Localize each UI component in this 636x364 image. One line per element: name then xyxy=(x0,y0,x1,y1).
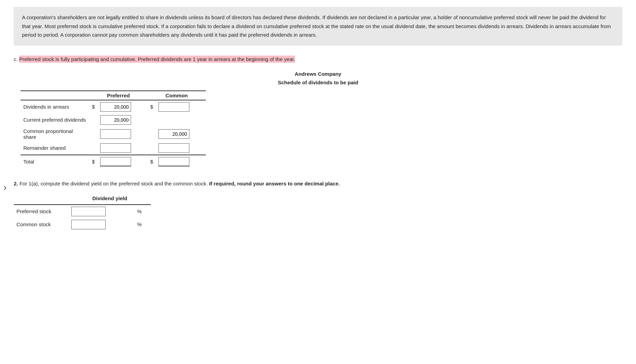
row-pref-dollar-total: $ xyxy=(89,155,97,168)
row-label-2: Common proportional share xyxy=(21,126,89,142)
row-pref-dollar-2 xyxy=(89,126,97,142)
section-2-title: 2. For 1(a), compute the dividend yield … xyxy=(14,179,622,188)
table-row-total: Total $ $ xyxy=(21,155,206,168)
section-c-label: c. xyxy=(14,56,18,62)
table-section: Andrews Company Schedule of dividends to… xyxy=(14,70,622,168)
row-label-0: Dividends in arrears xyxy=(21,100,89,113)
col-common-header: Common xyxy=(148,91,206,100)
table-row: Dividends in arrears $ $ xyxy=(21,100,206,113)
dy-row-common: Common stock % xyxy=(14,218,151,231)
table-row: Common proportional share xyxy=(21,126,206,142)
section-c-highlighted: Preferred stock is fully participating a… xyxy=(19,56,295,63)
row-label-total: Total xyxy=(21,155,89,168)
row-common-input-3[interactable] xyxy=(156,142,206,155)
pref-input-total[interactable] xyxy=(100,157,131,167)
section-c: c. Preferred stock is fully participatin… xyxy=(14,55,622,63)
row-common-input-0[interactable] xyxy=(156,100,206,113)
table-row: Remainder shared xyxy=(21,142,206,155)
pref-input-1[interactable] xyxy=(100,115,131,125)
dividend-yield-table: Dividend yield Preferred stock % Common … xyxy=(14,193,151,231)
row-common-dollar-1 xyxy=(148,113,156,126)
dy-input-cell-common[interactable] xyxy=(69,218,134,231)
common-input-2[interactable] xyxy=(158,129,189,139)
common-input-3[interactable] xyxy=(158,143,189,153)
dy-input-preferred[interactable] xyxy=(71,207,106,216)
row-common-dollar-0: $ xyxy=(148,100,156,113)
table-row: Current preferred dividends xyxy=(21,113,206,126)
section-2-bold-suffix: If required, round your answers to one d… xyxy=(209,181,340,186)
section-2: 2. For 1(a), compute the dividend yield … xyxy=(14,179,622,231)
dy-label-common: Common stock xyxy=(14,218,69,231)
row-pref-input-1[interactable] xyxy=(97,113,148,126)
row-pref-dollar-0: $ xyxy=(89,100,97,113)
table-company: Andrews Company Schedule of dividends to… xyxy=(14,70,622,87)
pref-input-0[interactable] xyxy=(100,102,131,112)
dy-pct-preferred: % xyxy=(134,205,151,218)
row-pref-input-2[interactable] xyxy=(97,126,148,142)
row-pref-dollar-1 xyxy=(89,113,97,126)
common-input-0[interactable] xyxy=(158,102,189,112)
dy-input-common[interactable] xyxy=(71,220,106,229)
row-label-1: Current preferred dividends xyxy=(21,113,89,126)
row-common-input-2[interactable] xyxy=(156,126,206,142)
info-box: A corporation's shareholders are not leg… xyxy=(14,7,622,46)
row-common-input-total[interactable] xyxy=(156,155,206,168)
row-label-3: Remainder shared xyxy=(21,142,89,155)
col-label-header xyxy=(21,91,89,100)
col-preferred-header: Preferred xyxy=(89,91,148,100)
row-common-dollar-3 xyxy=(148,142,156,155)
section-2-bold-prefix: 2. xyxy=(14,181,18,186)
nav-arrow-left[interactable]: › xyxy=(3,182,7,193)
dy-row-preferred: Preferred stock % xyxy=(14,205,151,218)
row-pref-dollar-3 xyxy=(89,142,97,155)
common-input-total[interactable] xyxy=(158,157,189,167)
pref-input-3[interactable] xyxy=(100,143,131,153)
dy-col-label-header xyxy=(14,193,69,205)
pref-input-2[interactable] xyxy=(100,129,131,139)
dy-pct-common: % xyxy=(134,218,151,231)
row-common-dollar-total: $ xyxy=(148,155,156,168)
dy-label-preferred: Preferred stock xyxy=(14,205,69,218)
dy-col-yield-header: Dividend yield xyxy=(69,193,151,205)
info-box-text: A corporation's shareholders are not leg… xyxy=(22,14,611,38)
row-pref-input-total[interactable] xyxy=(97,155,148,168)
section-2-text: For 1(a), compute the dividend yield on … xyxy=(20,181,209,186)
row-common-dollar-2 xyxy=(148,126,156,142)
row-pref-input-0[interactable] xyxy=(97,100,148,113)
row-pref-input-3[interactable] xyxy=(97,142,148,155)
dy-input-cell-preferred[interactable] xyxy=(69,205,134,218)
row-common-input-1[interactable] xyxy=(156,113,206,126)
schedule-table: Preferred Common Dividends in arrears $ … xyxy=(21,90,206,168)
